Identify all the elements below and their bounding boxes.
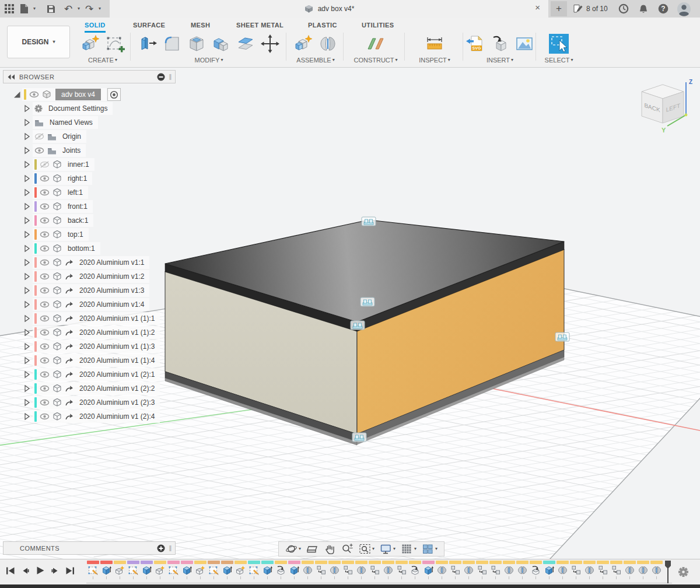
visibility-on-icon[interactable] [40,231,50,238]
browser-item-label[interactable]: 2020 Aluminium v1 (1):2 [79,328,155,337]
expander-open-icon[interactable] [12,91,20,99]
timeline-feature-joint-23[interactable] [382,561,395,579]
browser-row-adv-box-v4[interactable]: adv box v4 [3,88,176,102]
timeline-feature-joint-29[interactable] [462,561,475,579]
timeline-feature-extrude-11[interactable] [220,561,234,579]
new-component-button[interactable] [292,32,314,55]
timeline-feature-sketch-1[interactable] [86,561,100,579]
timeline-feature-joint-32[interactable] [502,561,516,579]
skip-start-button[interactable] [6,566,15,575]
visibility-on-icon[interactable] [40,259,50,266]
timeline-feature-asbuilt-31[interactable] [489,561,502,579]
group-label-inspect[interactable]: INSPECT▾ [419,57,450,64]
expander-icon[interactable] [23,244,31,253]
visibility-off-icon[interactable] [34,133,44,140]
timeline-feature-joint-36[interactable] [556,561,569,579]
expander-icon[interactable] [23,412,31,421]
browser-row-left-1[interactable]: left:1 [3,186,176,200]
browser-item-label[interactable]: top:1 [68,230,83,239]
expander-icon[interactable] [23,398,31,407]
expander-icon[interactable] [23,384,31,393]
browser-row-document-settings[interactable]: Document Settings [3,102,176,116]
timeline-position-marker[interactable] [664,560,672,586]
browser-row-back-1[interactable]: back:1 [3,214,176,228]
timeline-feature-component-9[interactable] [194,561,207,579]
collapse-panel-icon[interactable] [8,74,15,80]
timeline-feature-asbuilt-20[interactable] [341,561,355,579]
timeline-feature-extrude-2[interactable] [100,561,113,579]
3d-viewport[interactable]: BROWSER || adv box v4Document SettingsNa… [0,68,700,559]
expander-icon[interactable] [23,370,31,379]
browser-item-label[interactable]: 2020 Aluminium v1 (1):4 [79,356,155,365]
browser-item-label[interactable]: Joints [62,146,80,155]
browser-row-2020-aluminium-v1-4[interactable]: 2020 Aluminium v1:4 [3,298,176,312]
press-pull-button[interactable] [136,32,159,55]
browser-item-label[interactable]: adv box v4 [55,89,101,100]
browser-row-2020-aluminium-v1-1-2[interactable]: 2020 Aluminium v1 (1):2 [3,326,176,340]
browser-item-label[interactable]: 2020 Aluminium v1 (2):4 [79,412,155,421]
expander-icon[interactable] [23,216,31,225]
timeline-feature-asbuilt-22[interactable] [368,561,382,579]
browser-row-2020-aluminium-v1-1-4[interactable]: 2020 Aluminium v1 (1):4 [3,354,176,368]
timeline-feature-sketch-7[interactable] [167,561,180,579]
timeline-feature-asbuilt-37[interactable] [569,561,583,579]
joint-badge[interactable] [360,298,374,306]
browser-item-label[interactable]: right:1 [68,174,87,183]
expander-icon[interactable] [23,160,31,169]
timeline-feature-sketch-4[interactable] [127,561,140,579]
browser-item-label[interactable]: left:1 [68,188,83,197]
visibility-on-icon[interactable] [40,301,50,308]
browser-row-2020-aluminium-v1-2-3[interactable]: 2020 Aluminium v1 (2):3 [3,396,176,410]
construction-plane-button[interactable] [365,32,387,55]
tab-utilities[interactable]: UTILITIES [362,22,394,31]
activate-component-radio[interactable] [107,88,121,101]
offset-face-button[interactable] [235,32,257,55]
help-button[interactable]: ? [658,0,668,18]
browser-item-label[interactable]: 2020 Aluminium v1 (1):1 [79,314,155,323]
browser-row-2020-aluminium-v1-1-1[interactable]: 2020 Aluminium v1 (1):1 [3,312,176,326]
visibility-off-icon[interactable] [40,161,50,168]
timeline-feature-component-6[interactable] [153,561,167,579]
visibility-on-icon[interactable] [40,329,50,336]
browser-row-2020-aluminium-v1-3[interactable]: 2020 Aluminium v1:3 [3,284,176,298]
timeline-feature-asbuilt-39[interactable] [596,561,610,579]
timeline-feature-component-12[interactable] [234,561,247,579]
visibility-on-icon[interactable] [40,203,50,210]
save-button[interactable] [47,0,55,18]
grid-settings-button[interactable]: ▾ [399,542,418,555]
view-cube[interactable]: BACK LEFT Z Y [634,78,694,139]
canvas-button[interactable] [513,32,536,55]
browser-item-label[interactable]: Named Views [50,118,93,127]
visibility-on-icon[interactable] [40,287,50,294]
visibility-on-icon[interactable] [40,189,50,196]
timeline-feature-extrude-5[interactable] [140,561,153,579]
profile-button[interactable] [677,0,691,18]
timeline-feature-asbuilt-40[interactable] [610,561,623,579]
visibility-on-icon[interactable] [40,245,50,252]
expander-icon[interactable] [23,202,31,211]
browser-item-label[interactable]: bottom:1 [68,244,95,253]
browser-row-2020-aluminium-v1-1[interactable]: 2020 Aluminium v1:1 [3,256,176,270]
expander-icon[interactable] [23,300,31,309]
collapse-all-icon[interactable] [157,73,165,81]
browser-item-label[interactable]: 2020 Aluminium v1 (2):3 [79,398,155,407]
expander-icon[interactable] [23,146,31,155]
browser-row-2020-aluminium-v1-2[interactable]: 2020 Aluminium v1:2 [3,270,176,284]
tab-plastic[interactable]: PLASTIC [308,22,337,31]
fit-button[interactable]: ▾ [357,542,376,555]
browser-row-named-views[interactable]: Named Views [3,116,176,130]
comments-header[interactable]: COMMENTS || [3,541,176,555]
group-label-modify[interactable]: MODIFY▾ [195,57,223,64]
browser-item-label[interactable]: 2020 Aluminium v1 (2):2 [79,384,155,393]
shell-button[interactable] [186,32,208,55]
timeline-feature-asbuilt-28[interactable] [449,561,462,579]
expander-icon[interactable] [23,118,31,127]
visibility-on-icon[interactable] [40,399,50,406]
orbit-button[interactable]: ▾ [284,542,303,555]
browser-row-front-1[interactable]: front:1 [3,200,176,214]
timeline-feature-extrude-26[interactable] [422,561,435,579]
visibility-on-icon[interactable] [34,147,44,154]
visibility-on-icon[interactable] [40,413,50,420]
timeline-feature-extrude-35[interactable] [542,561,556,579]
timeline-feature-extrude-8[interactable] [180,561,194,579]
